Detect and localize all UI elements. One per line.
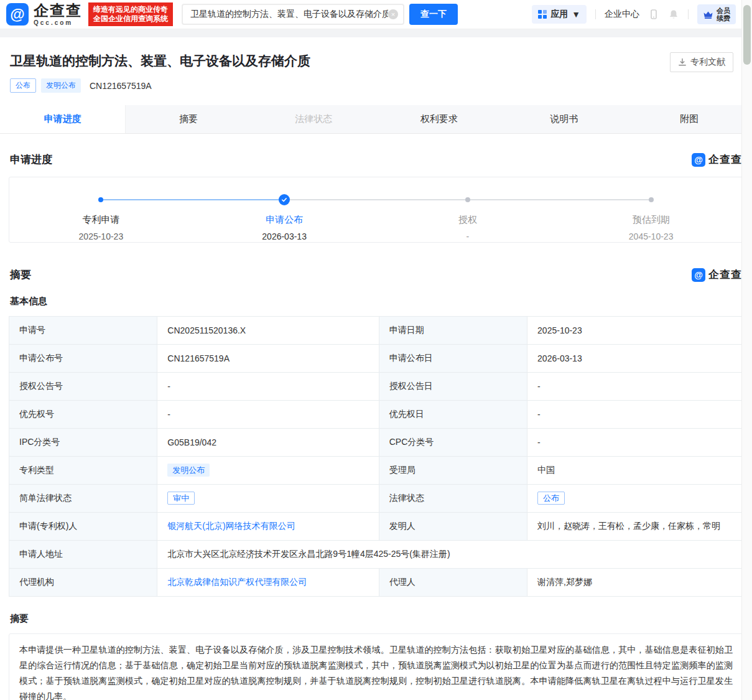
- cell-value: CN121657519A: [157, 345, 379, 373]
- patent-type-badge: 发明公布: [41, 78, 81, 93]
- qcc-watermark: @ 企查查: [692, 268, 742, 282]
- top-header: @ 企查查 Qcc.com 缔造有远见的商业传奇 全国企业信用查询系统 × 查一…: [0, 0, 752, 29]
- qcc-watermark-icon: @: [692, 268, 705, 282]
- table-row: 申请号 CN202511520136.X 申请日期 2025-10-23: [9, 317, 743, 345]
- agency-link[interactable]: 北京乾成律信知识产权代理有限公司: [167, 577, 307, 587]
- cell-value: -: [157, 373, 379, 401]
- table-row: 简单法律状态 审中 法律状态 公布: [9, 485, 743, 513]
- cell-label: 申请(专利权)人: [9, 513, 157, 541]
- cell-label: 申请人地址: [9, 541, 157, 569]
- step-dot: [649, 197, 654, 202]
- cell-value: -: [527, 429, 743, 457]
- cell-label: 申请公布号: [9, 345, 157, 373]
- qcc-watermark-icon: @: [692, 153, 705, 167]
- cell-value: 公布: [527, 485, 743, 513]
- tab-drawings[interactable]: 附图: [627, 105, 752, 133]
- clear-search-icon[interactable]: ×: [388, 9, 398, 19]
- timeline-step-filed: 专利申请 2025-10-23: [9, 177, 193, 242]
- cell-value: 2025-10-23: [527, 317, 743, 345]
- cell-value: -: [527, 373, 743, 401]
- cell-label: 优先权日: [379, 401, 527, 429]
- qcc-logo-icon: @: [6, 3, 29, 26]
- divider: [595, 9, 596, 19]
- basic-info-table: 申请号 CN202511520136.X 申请日期 2025-10-23 申请公…: [9, 316, 743, 597]
- cell-value: 审中: [157, 485, 379, 513]
- status-badge: 公布: [10, 78, 36, 93]
- tab-bar: 申请进度 摘要 法律状态 权利要求 说明书 附图: [0, 105, 752, 134]
- cell-label: CPC分类号: [379, 429, 527, 457]
- cell-value-address: 北京市大兴区北京经济技术开发区永昌北路9号1幢4层425-25号(集群注册): [157, 541, 743, 569]
- patent-document-button[interactable]: 专利文献: [670, 52, 733, 72]
- applicant-link[interactable]: 银河航天(北京)网络技术有限公司: [167, 521, 295, 531]
- abstract-heading: 摘要: [10, 613, 742, 625]
- divider: [688, 9, 689, 19]
- download-icon: [678, 58, 687, 67]
- tab-application-progress[interactable]: 申请进度: [0, 105, 126, 133]
- logo-text-en: Qcc.com: [34, 20, 82, 26]
- table-row: 申请人地址 北京市大兴区北京经济技术开发区永昌北路9号1幢4层425-25号(集…: [9, 541, 743, 569]
- tab-description[interactable]: 说明书: [501, 105, 626, 133]
- cell-value: 中国: [527, 457, 743, 485]
- tab-legal-status[interactable]: 法律状态: [251, 105, 376, 133]
- legal-status-badge: 公布: [537, 492, 565, 505]
- table-row: 申请(专利权)人 银河航天(北京)网络技术有限公司 发明人 刘川，赵晓涛，王有松…: [9, 513, 743, 541]
- mobile-app-icon[interactable]: [648, 9, 659, 20]
- search-input-wrap: ×: [182, 4, 404, 25]
- check-circle-icon: [279, 194, 290, 205]
- cell-value: CN202511520136.X: [157, 317, 379, 345]
- cell-label: 代理机构: [9, 569, 157, 597]
- search-button[interactable]: 查一下: [409, 4, 458, 25]
- cell-label: 授权公告号: [9, 373, 157, 401]
- cell-label: 申请号: [9, 317, 157, 345]
- progress-section-title: 申请进度: [10, 152, 52, 167]
- cell-label: 受理局: [379, 457, 527, 485]
- chevron-down-icon: ▼: [572, 9, 580, 19]
- search-input[interactable]: [190, 9, 388, 19]
- cell-label: 优先权号: [9, 401, 157, 429]
- qcc-logo[interactable]: @ 企查查 Qcc.com: [6, 3, 82, 26]
- summary-section-title: 摘要: [10, 268, 31, 282]
- table-row: IPC分类号 G05B19/042 CPC分类号 -: [9, 429, 743, 457]
- qcc-watermark: @ 企查查: [692, 152, 742, 167]
- cell-label: 发明人: [379, 513, 527, 541]
- page-background-strip: [0, 29, 752, 37]
- cell-value: 发明公布: [157, 457, 379, 485]
- cell-value: -: [157, 401, 379, 429]
- crown-icon: [703, 10, 713, 19]
- apps-menu[interactable]: 应用 ▼: [532, 5, 587, 24]
- cell-label: 代理人: [379, 569, 527, 597]
- cell-label: 授权公告日: [379, 373, 527, 401]
- logo-text-cn: 企查查: [34, 3, 82, 18]
- timeline-step-expiry: 预估到期 2045-10-23: [559, 177, 743, 242]
- cell-label: 申请日期: [379, 317, 527, 345]
- simple-legal-status-badge: 审中: [167, 492, 195, 505]
- page-title: 卫星轨道的控制方法、装置、电子设备以及存储介质: [10, 52, 733, 70]
- table-row: 优先权号 - 优先权日 -: [9, 401, 743, 429]
- abstract-text: 本申请提供一种卫星轨道的控制方法、装置、电子设备以及存储介质，涉及卫星控制技术领…: [9, 633, 743, 700]
- step-dot: [98, 197, 103, 202]
- step-dot: [465, 197, 470, 202]
- vertical-scrollbar-thumb[interactable]: [743, 5, 751, 65]
- table-row: 代理机构 北京乾成律信知识产权代理有限公司 代理人 谢清萍,郑梦娜: [9, 569, 743, 597]
- cell-label: 法律状态: [379, 485, 527, 513]
- member-renew-button[interactable]: 会员 续费: [697, 4, 736, 24]
- patent-type-badge: 发明公布: [167, 464, 210, 477]
- cell-label: 简单法律状态: [9, 485, 157, 513]
- cell-value: -: [527, 401, 743, 429]
- cell-label: 专利类型: [9, 457, 157, 485]
- cell-label: IPC分类号: [9, 429, 157, 457]
- tab-abstract[interactable]: 摘要: [126, 105, 251, 133]
- notification-bell-icon[interactable]: [668, 9, 679, 20]
- table-row: 授权公告号 - 授权公告日 -: [9, 373, 743, 401]
- cell-value: 刘川，赵晓涛，王有松，孟少康，任家栋，常明: [527, 513, 743, 541]
- table-row: 申请公布号 CN121657519A 申请公布日 2026-03-13: [9, 345, 743, 373]
- timeline-step-published: 申请公布 2026-03-13: [193, 177, 376, 242]
- cell-value: 北京乾成律信知识产权代理有限公司: [157, 569, 379, 597]
- tab-claims[interactable]: 权利要求: [376, 105, 501, 133]
- basic-info-heading: 基本信息: [10, 296, 742, 307]
- enterprise-center-link[interactable]: 企业中心: [605, 9, 639, 20]
- table-row: 专利类型 发明公布 受理局 中国: [9, 457, 743, 485]
- vertical-scrollbar-track: [741, 0, 752, 700]
- application-timeline: 专利申请 2025-10-23 申请公布 2026-03-13 授权 - 预估到…: [9, 177, 743, 243]
- cell-value: 银河航天(北京)网络技术有限公司: [157, 513, 379, 541]
